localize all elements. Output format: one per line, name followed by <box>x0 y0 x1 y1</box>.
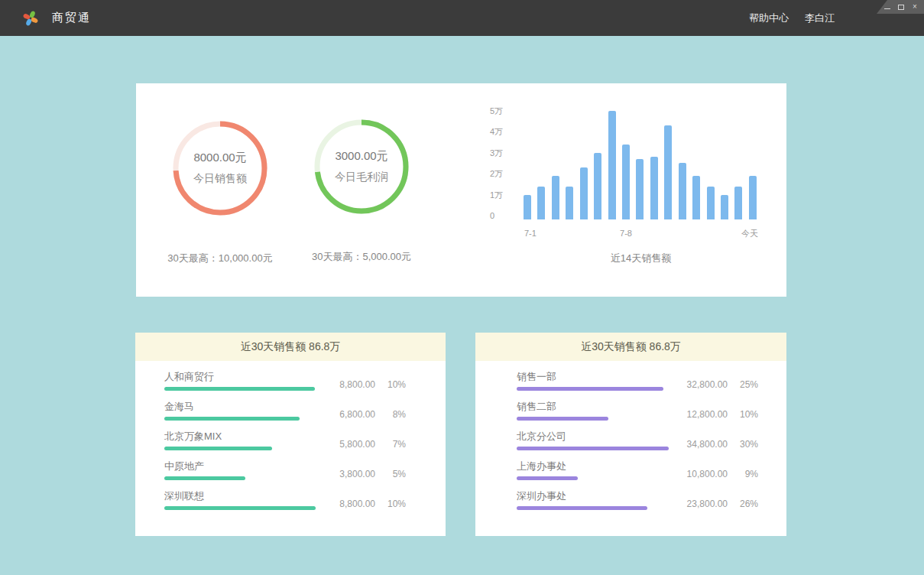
amount: 3,800.00 <box>339 469 375 479</box>
bar <box>566 187 573 219</box>
x-axis-tick: 今天 <box>741 228 758 239</box>
today-sales-gauge: 8000.00元 今日销售额 30天最高：10,000.00元 <box>140 119 300 265</box>
overview-card: 8000.00元 今日销售额 30天最高：10,000.00元 3000.00元… <box>136 83 786 297</box>
progress-bar <box>164 447 272 450</box>
daily-sales-xaxis: 7-1 7-8 今天 <box>524 228 758 239</box>
list-item: 深圳办事处 23,800.0026% <box>517 489 758 510</box>
amount: 10,800.00 <box>687 469 728 479</box>
customer-name: 金海马 <box>164 400 339 413</box>
list-item: 中原地产 3,800.005% <box>164 460 406 480</box>
customer-name: 中原地产 <box>164 460 339 473</box>
y-axis-tick: 2万 <box>490 168 503 179</box>
bar <box>692 176 700 219</box>
progress-bar <box>517 506 647 510</box>
y-axis-tick: 1万 <box>490 190 503 200</box>
customer-rows: 人和商贸行 8,800.0010% 金海马 6,800.008% 北京万象MIX… <box>135 361 446 510</box>
app-title: 商贸通 <box>52 11 91 25</box>
department-name: 上海办事处 <box>517 460 687 473</box>
today-profit-value: 3000.00元 <box>335 149 387 164</box>
amount: 8,800.00 <box>339 379 375 390</box>
percent: 26% <box>728 499 758 509</box>
today-sales-label: 今日销售额 <box>193 172 247 186</box>
bar <box>749 176 757 219</box>
bar <box>650 157 658 219</box>
bar <box>734 187 742 219</box>
department-ranking-card: 近30天销售额 86.8万 销售一部 32,800.0025% 销售二部 12,… <box>475 333 786 536</box>
list-item: 北京万象MIX 5,800.007% <box>164 430 406 450</box>
daily-sales-plot <box>524 107 758 219</box>
list-item: 销售一部 32,800.0025% <box>517 370 758 391</box>
today-profit-donut-chart: 3000.00元 今日毛利润 <box>312 117 411 216</box>
customer-name: 深圳联想 <box>164 489 339 502</box>
bar <box>608 111 616 219</box>
bar <box>552 176 559 219</box>
minimize-button[interactable] <box>883 2 891 11</box>
y-axis-tick: 5万 <box>490 106 503 116</box>
progress-bar <box>164 387 315 391</box>
amount: 5,800.00 <box>339 439 375 450</box>
progress-bar <box>164 506 316 510</box>
percent: 30% <box>728 439 758 450</box>
x-axis-tick: 7-8 <box>620 228 632 239</box>
percent: 10% <box>375 379 406 390</box>
titlebar-menu: 帮助中心 李白江 <box>749 0 835 36</box>
amount: 8,800.00 <box>339 499 375 509</box>
amount: 32,800.00 <box>687 379 728 390</box>
today-sales-donut-chart: 8000.00元 今日销售额 <box>170 119 270 218</box>
customer-name: 人和商贸行 <box>164 370 339 383</box>
amount: 23,800.00 <box>687 499 728 509</box>
bar <box>524 195 531 219</box>
list-item: 金海马 6,800.008% <box>164 400 406 421</box>
progress-bar <box>517 387 663 391</box>
bar <box>664 125 672 219</box>
titlebar: 商贸通 帮助中心 李白江 × <box>0 0 924 36</box>
bar <box>594 153 601 219</box>
list-item: 人和商贸行 8,800.0010% <box>164 370 406 391</box>
today-sales-value: 8000.00元 <box>193 151 246 165</box>
progress-bar <box>517 447 669 450</box>
list-item: 上海办事处 10,800.009% <box>517 460 758 480</box>
daily-sales-chart: 5万4万3万2万1万0 7-1 7-8 今天 近14天销售额 <box>484 107 774 268</box>
department-name: 销售二部 <box>517 400 687 413</box>
amount: 12,800.00 <box>687 409 728 420</box>
progress-bar <box>517 417 608 421</box>
y-axis-tick: 0 <box>490 210 494 221</box>
y-axis-tick: 4万 <box>490 126 503 137</box>
progress-bar <box>164 476 245 480</box>
progress-bar <box>517 476 578 480</box>
bar <box>537 187 545 219</box>
list-item: 销售二部 12,800.0010% <box>517 400 758 421</box>
department-card-title: 近30天销售额 86.8万 <box>475 333 786 361</box>
percent: 9% <box>728 469 758 479</box>
progress-bar <box>164 417 300 421</box>
percent: 7% <box>375 439 406 450</box>
close-icon: × <box>913 3 917 11</box>
bar <box>622 145 630 219</box>
list-item: 深圳联想 8,800.0010% <box>164 489 406 510</box>
window-controls: × <box>877 0 924 14</box>
daily-sales-chart-title: 近14天销售额 <box>524 252 758 265</box>
percent: 25% <box>728 379 758 390</box>
percent: 10% <box>375 499 406 509</box>
today-profit-gauge: 3000.00元 今日毛利润 30天最高：5,000.00元 <box>281 117 442 264</box>
help-center-link[interactable]: 帮助中心 <box>749 11 789 25</box>
department-name: 北京分公司 <box>517 430 687 443</box>
bar <box>580 167 588 219</box>
dashboard-page: 8000.00元 今日销售额 30天最高：10,000.00元 3000.00元… <box>0 36 924 575</box>
department-rows: 销售一部 32,800.0025% 销售二部 12,800.0010% 北京分公… <box>475 361 786 510</box>
percent: 5% <box>375 469 406 479</box>
bar <box>636 159 644 219</box>
today-sales-30day-max: 30天最高：10,000.00元 <box>140 252 300 265</box>
close-button[interactable]: × <box>911 2 919 11</box>
minimize-icon <box>884 8 890 9</box>
x-axis-tick: 7-1 <box>524 228 537 239</box>
daily-sales-yaxis: 5万4万3万2万1万0 <box>490 107 520 219</box>
y-axis-tick: 3万 <box>490 148 503 158</box>
bar <box>679 163 686 219</box>
today-profit-30day-max: 30天最高：5,000.00元 <box>281 250 442 264</box>
customer-card-title: 近30天销售额 86.8万 <box>135 333 446 361</box>
maximize-button[interactable] <box>897 2 905 11</box>
user-menu[interactable]: 李白江 <box>805 11 835 25</box>
bar <box>721 195 728 219</box>
today-profit-label: 今日毛利润 <box>335 171 388 184</box>
